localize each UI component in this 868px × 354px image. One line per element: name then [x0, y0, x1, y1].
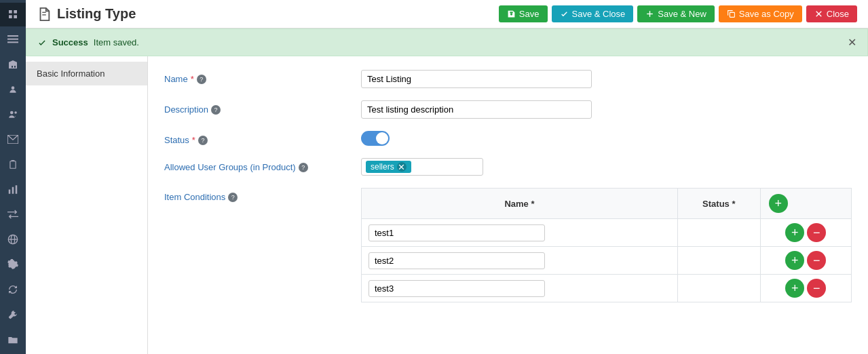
name-input[interactable] [361, 70, 592, 88]
name-required: * [191, 74, 194, 84]
check-icon [560, 9, 569, 18]
table-row: +− [362, 275, 852, 302]
condition-status-cell [677, 219, 760, 247]
sidebar-item-users[interactable] [0, 102, 26, 126]
form-area: Name * ? Description ? Status * [148, 56, 868, 354]
sidebar-item-wrench[interactable] [0, 302, 26, 326]
check-circle-icon [37, 38, 47, 47]
row-actions: +− [768, 251, 844, 270]
document-icon [37, 7, 52, 22]
sidebar-item-settings[interactable] [0, 253, 26, 277]
sidebar-item-refresh[interactable] [0, 277, 26, 301]
col-header-status: Status * [677, 189, 760, 219]
header-actions: Save Save & Close Save & New Save as Cop… [499, 5, 857, 22]
status-toggle-wrap [361, 131, 390, 146]
save-new-button[interactable]: Save & New [637, 5, 715, 22]
sidebar-item-mail[interactable] [0, 127, 26, 151]
description-input[interactable] [361, 100, 592, 119]
condition-name-input[interactable] [369, 252, 545, 269]
add-condition-button[interactable]: + [769, 194, 788, 213]
condition-actions-cell: +− [760, 219, 851, 247]
sidebar-item-chart[interactable] [0, 178, 26, 201]
svg-rect-14 [16, 185, 18, 194]
condition-actions-cell: +− [760, 247, 851, 275]
allowed-groups-label: Allowed User Groups (in Product) ? [164, 158, 361, 172]
svg-rect-12 [9, 189, 11, 193]
condition-status-cell [677, 247, 760, 275]
save-close-button[interactable]: Save & Close [552, 5, 634, 22]
content-area: Basic Information Name * ? Description ? [26, 56, 868, 354]
add-row-button[interactable]: + [785, 251, 804, 270]
left-nav-basic-info[interactable]: Basic Information [26, 62, 147, 85]
table-row: +− [362, 219, 852, 247]
sidebar-item-building[interactable] [0, 53, 26, 77]
sidebar-item-transfer[interactable] [0, 203, 26, 227]
sellers-tag-remove[interactable]: ✕ [397, 162, 407, 172]
conditions-table: Name * Status * + +−+−+− [361, 188, 852, 302]
condition-name-cell [362, 247, 678, 275]
sidebar-item-clipboard[interactable] [0, 153, 26, 176]
description-label: Description ? [164, 100, 361, 115]
left-nav: Basic Information [26, 56, 148, 354]
svg-rect-23 [730, 12, 734, 17]
save-button[interactable]: Save [499, 5, 548, 22]
svg-point-8 [10, 111, 14, 115]
allowed-groups-help-icon[interactable]: ? [299, 163, 308, 172]
remove-row-button[interactable]: − [807, 251, 826, 270]
conditions-body: +−+−+− [362, 219, 852, 302]
condition-name-cell [362, 219, 678, 247]
sidebar-item-user[interactable] [0, 78, 26, 102]
col-header-add: + [760, 189, 851, 219]
condition-status-cell [677, 275, 760, 302]
status-required: * [192, 135, 195, 145]
save-copy-button[interactable]: Save as Copy [719, 5, 802, 22]
sidebar-item-globe[interactable] [0, 228, 26, 252]
success-banner: Success Item saved. ✕ [26, 28, 868, 56]
svg-rect-6 [7, 42, 18, 43]
form-row-user-groups: Allowed User Groups (in Product) ? selle… [164, 158, 852, 176]
add-row-button[interactable]: + [785, 279, 804, 298]
condition-name-cell [362, 275, 678, 302]
svg-point-7 [12, 86, 15, 90]
svg-rect-1 [14, 10, 17, 14]
conditions-table-wrap: Name * Status * + +−+−+− [361, 188, 852, 302]
row-actions: +− [768, 223, 844, 242]
page-title-area: Listing Type [37, 6, 136, 22]
sidebar-item-grid[interactable] [0, 3, 26, 26]
col-header-name: Name * [362, 189, 678, 219]
sellers-tag: sellers ✕ [366, 161, 411, 173]
sidebar-item-folder[interactable] [0, 328, 26, 351]
svg-rect-5 [7, 39, 18, 40]
name-help-icon[interactable]: ? [197, 75, 206, 84]
item-conditions-help-icon[interactable]: ? [228, 193, 238, 202]
page-header: Listing Type Save Save & Close Save & Ne… [26, 0, 868, 28]
svg-rect-11 [10, 161, 16, 168]
page-title: Listing Type [57, 6, 136, 22]
form-row-description: Description ? [164, 100, 852, 119]
status-toggle[interactable] [361, 131, 390, 146]
banner-close-button[interactable]: ✕ [848, 36, 856, 49]
svg-rect-3 [14, 16, 17, 19]
svg-rect-13 [12, 187, 14, 194]
remove-row-button[interactable]: − [807, 279, 826, 298]
plus-icon [645, 9, 654, 18]
row-actions: +− [768, 279, 844, 298]
main-area: Listing Type Save Save & Close Save & Ne… [26, 0, 868, 354]
description-help-icon[interactable]: ? [211, 105, 221, 115]
sidebar-item-menu[interactable] [0, 28, 26, 52]
svg-rect-2 [9, 16, 12, 19]
close-button[interactable]: Close [806, 5, 857, 22]
banner-content: Success Item saved. [37, 37, 139, 47]
close-icon [814, 9, 823, 18]
user-groups-tag-area[interactable]: sellers ✕ [361, 158, 483, 176]
condition-name-input[interactable] [369, 280, 545, 297]
condition-actions-cell: +− [760, 275, 851, 302]
add-row-button[interactable]: + [785, 223, 804, 242]
banner-message: Item saved. [94, 37, 139, 47]
svg-point-9 [14, 111, 17, 114]
status-help-icon[interactable]: ? [198, 136, 208, 145]
condition-name-input[interactable] [369, 224, 545, 241]
remove-row-button[interactable]: − [807, 223, 826, 242]
item-conditions-label: Item Conditions ? [164, 188, 361, 202]
form-row-name: Name * ? [164, 70, 852, 88]
